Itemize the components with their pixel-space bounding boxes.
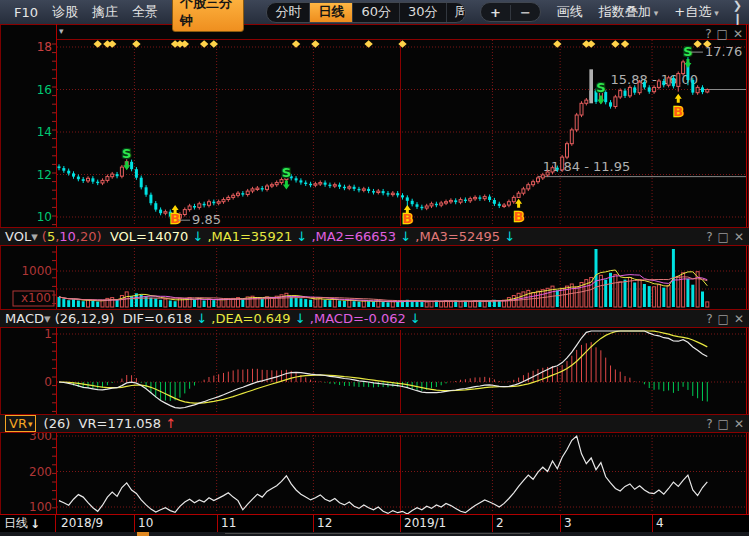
header-segment: ↑ xyxy=(161,416,176,431)
header-segment: ↓ xyxy=(188,229,203,244)
svg-text:x100: x100 xyxy=(21,291,51,305)
stock-3min-button[interactable]: 个股三分钟 xyxy=(172,0,244,32)
svg-text:0: 0 xyxy=(44,375,52,389)
xaxis-label: 2018/9 xyxy=(61,516,103,530)
header-segment: ↓ xyxy=(396,229,411,244)
header-segment: ) xyxy=(97,229,110,244)
index-overlay-dropdown[interactable]: 指数叠加▾ xyxy=(599,3,659,21)
header-segment: (26,12,9) xyxy=(55,311,123,326)
svg-text:17.76: 17.76 xyxy=(705,44,742,59)
time-axis: 日线↓ 2018/91011122019/1234 xyxy=(0,514,749,533)
main-pane-controls: ?□✕ xyxy=(700,27,743,41)
header-segment: ▾ xyxy=(31,229,42,244)
top-toolbar: F10 诊股 擒庄 全景 个股三分钟 分时 日线 60分 30分 周线▾ + −… xyxy=(0,0,749,24)
close-icon[interactable]: ✕ xyxy=(733,27,743,41)
chevron-down-icon: ▾ xyxy=(654,8,659,18)
maximize-icon[interactable]: □ xyxy=(718,230,729,244)
tab-30min[interactable]: 30分 xyxy=(400,2,447,22)
vr-header-text: (26) VR=171.058 ↑ xyxy=(39,416,176,431)
header-segment: ↓ xyxy=(406,311,421,326)
xaxis-tick xyxy=(492,515,493,532)
menu-panorama[interactable]: 全景 xyxy=(132,3,158,21)
svg-text:B: B xyxy=(402,211,412,226)
xaxis-label: 2 xyxy=(496,516,504,530)
help-icon[interactable]: ? xyxy=(705,27,711,41)
chevron-down-icon: ▾ xyxy=(714,8,719,18)
close-icon[interactable]: ✕ xyxy=(734,230,744,244)
close-icon[interactable]: ✕ xyxy=(734,312,744,326)
header-segment: ,MA3=52495 xyxy=(411,229,500,244)
svg-text:18: 18 xyxy=(37,40,52,54)
header-segment: ▾ xyxy=(44,311,55,326)
chevron-down-icon: ▾ xyxy=(28,419,33,429)
header-segment: MACD xyxy=(5,311,44,326)
close-icon[interactable]: ✕ xyxy=(734,417,744,431)
header-segment: ↓ xyxy=(192,311,207,326)
stock-chart-window: F10 诊股 擒庄 全景 个股三分钟 分时 日线 60分 30分 周线▾ + −… xyxy=(0,0,749,536)
macd-pane-controls: ?□✕ xyxy=(701,312,744,326)
vol-header-text: VOL▾ (5,10,20) VOL=14070 ↓ ,MA1=35921 ↓ … xyxy=(5,229,515,244)
xaxis-label: 11 xyxy=(221,516,236,530)
collapse-panel-icon[interactable]: ❯❙ xyxy=(733,0,743,25)
svg-text:14: 14 xyxy=(37,125,52,139)
vr-pane-controls: ?□✕ xyxy=(701,417,744,431)
menu-catch-banker[interactable]: 擒庄 xyxy=(92,3,118,21)
add-watchlist-dropdown[interactable]: +自选▾ xyxy=(674,3,718,21)
header-segment: ↓ xyxy=(500,229,515,244)
svg-text:1: 1 xyxy=(44,327,52,341)
period-tabs: 分时 日线 60分 30分 周线▾ xyxy=(266,2,466,23)
menu-diagnose-stock[interactable]: 诊股 xyxy=(52,3,78,21)
tab-weekly[interactable]: 周线▾ xyxy=(447,2,466,22)
xaxis-tick xyxy=(134,515,135,532)
xaxis-tick xyxy=(652,515,653,532)
zoom-group: + − xyxy=(480,2,541,22)
svg-text:B: B xyxy=(673,104,683,119)
help-icon[interactable]: ? xyxy=(706,230,712,244)
xaxis-tick xyxy=(400,515,401,532)
svg-text:S: S xyxy=(282,165,291,180)
header-segment: VR=171.058 xyxy=(79,416,162,431)
header-segment: ↓ xyxy=(292,229,307,244)
maximize-icon[interactable]: □ xyxy=(717,27,728,41)
svg-text:11.84 - 11.95: 11.84 - 11.95 xyxy=(543,159,630,174)
tab-daily[interactable]: 日线 xyxy=(310,2,353,22)
header-segment: DIF=0.618 xyxy=(123,311,192,326)
header-segment: VOL=14070 xyxy=(110,229,188,244)
xaxis-label: 4 xyxy=(656,516,664,530)
tab-intraday[interactable]: 分时 xyxy=(267,2,310,22)
help-icon[interactable]: ? xyxy=(706,312,712,326)
xaxis-label: 3 xyxy=(564,516,572,530)
svg-text:10: 10 xyxy=(37,210,52,224)
toolbar-right-group: 画线 指数叠加▾ +自选▾ ❯❙ xyxy=(541,0,743,25)
svg-text:16: 16 xyxy=(37,83,52,97)
vr-indicator-selector[interactable]: VR▾ xyxy=(5,415,36,432)
xaxis-label: 10 xyxy=(138,516,153,530)
arrow-down-icon: ↓ xyxy=(30,517,40,531)
maximize-icon[interactable]: □ xyxy=(718,417,729,431)
header-segment: ,MA1=35921 xyxy=(203,229,292,244)
xaxis-tick xyxy=(560,515,561,532)
help-icon[interactable]: ? xyxy=(706,417,712,431)
svg-text:200: 200 xyxy=(29,465,52,479)
macd-header-text: MACD▾ (26,12,9) DIF=0.618 ↓ ,DEA=0.649 ↓… xyxy=(5,311,421,326)
main-indicator-dropdown[interactable]: ▾ xyxy=(59,26,64,36)
macd-pane-header[interactable]: MACD▾ (26,12,9) DIF=0.618 ↓ ,DEA=0.649 ↓… xyxy=(0,309,749,328)
xaxis-tick xyxy=(313,515,314,532)
svg-text:12: 12 xyxy=(37,168,52,182)
xaxis-label: 2019/1 xyxy=(404,516,446,530)
svg-text:B: B xyxy=(170,211,180,226)
zoom-in-button[interactable]: + xyxy=(481,5,511,20)
tab-60min[interactable]: 60分 xyxy=(353,2,400,22)
draw-line-button[interactable]: 画线 xyxy=(557,3,583,21)
svg-text:100: 100 xyxy=(29,500,52,514)
svg-text:B: B xyxy=(514,209,524,224)
vr-pane-header[interactable]: VR▾ (26) VR=171.058 ↑ ?□✕ xyxy=(0,414,749,433)
charts-canvas[interactable]: 18161412101000x1001030020010015.88 - 16.… xyxy=(0,0,749,536)
vol-pane-header[interactable]: VOL▾ (5,10,20) VOL=14070 ↓ ,MA1=35921 ↓ … xyxy=(0,227,749,246)
zoom-out-button[interactable]: − xyxy=(511,5,540,20)
maximize-icon[interactable]: □ xyxy=(718,312,729,326)
period-indicator[interactable]: 日线↓ xyxy=(0,515,56,532)
header-segment: VOL xyxy=(5,229,31,244)
menu-f10[interactable]: F10 xyxy=(14,5,38,20)
status-divider xyxy=(225,533,530,534)
